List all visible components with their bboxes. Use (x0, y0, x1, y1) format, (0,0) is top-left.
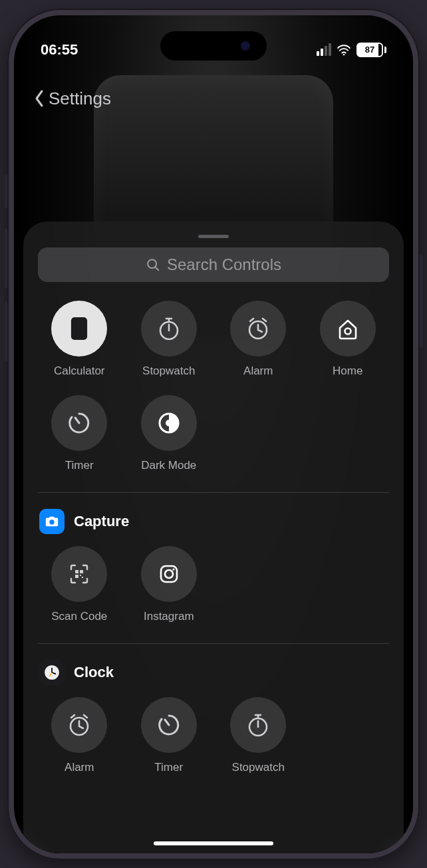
svg-point-21 (345, 328, 351, 334)
svg-point-13 (82, 335, 84, 337)
sheet-grabber[interactable] (198, 235, 229, 238)
darkmode-icon (141, 395, 197, 451)
divider (38, 643, 389, 644)
svg-point-33 (172, 568, 174, 570)
svg-point-10 (82, 331, 84, 333)
controls-sheet: Search Controls (23, 221, 404, 853)
search-icon (146, 257, 160, 272)
svg-rect-4 (74, 321, 84, 325)
control-scan-code[interactable]: Scan Code (38, 546, 121, 623)
svg-line-22 (75, 418, 79, 423)
svg-point-11 (75, 335, 77, 337)
search-controls[interactable]: Search Controls (38, 247, 389, 282)
control-calculator[interactable]: Calculator (38, 301, 121, 378)
stopwatch-icon (141, 301, 197, 357)
control-stopwatch[interactable]: Stopwatch (128, 301, 211, 378)
svg-line-20 (263, 319, 266, 321)
instagram-icon (141, 546, 197, 602)
alarm-icon (230, 301, 286, 357)
svg-point-6 (78, 327, 80, 329)
stopwatch-icon (230, 697, 286, 753)
clock-app-icon (39, 660, 65, 685)
home-indicator[interactable] (154, 841, 273, 845)
chevron-left-icon (34, 89, 45, 108)
status-time: 06:55 (41, 41, 78, 59)
svg-line-41 (165, 720, 169, 725)
timer-icon (141, 697, 197, 753)
divider (38, 492, 389, 493)
svg-point-7 (82, 327, 84, 329)
dynamic-island (160, 31, 267, 61)
home-icon (320, 301, 376, 357)
svg-rect-29 (80, 575, 81, 576)
search-placeholder: Search Controls (167, 255, 281, 274)
clock-grid: Alarm Timer (38, 697, 389, 774)
suggested-grid: Calculator Stopwatch (38, 301, 389, 472)
control-alarm-clock[interactable]: Alarm (38, 697, 121, 774)
back-label: Settings (49, 88, 111, 109)
wifi-icon (337, 44, 351, 56)
control-alarm[interactable]: Alarm (217, 301, 300, 378)
svg-point-32 (165, 570, 173, 578)
camera-app-icon (39, 509, 65, 534)
control-stopwatch-clock[interactable]: Stopwatch (217, 697, 300, 774)
control-darkmode[interactable]: Dark Mode (128, 395, 211, 472)
control-instagram[interactable]: Instagram (128, 546, 211, 623)
svg-rect-27 (80, 570, 83, 573)
control-timer[interactable]: Timer (38, 395, 121, 472)
timer-icon (51, 395, 107, 451)
svg-rect-26 (75, 570, 78, 573)
svg-point-9 (78, 331, 80, 333)
svg-point-25 (49, 519, 54, 524)
svg-point-5 (75, 327, 77, 329)
back-button[interactable]: Settings (34, 88, 111, 109)
svg-point-12 (78, 335, 80, 337)
svg-rect-31 (161, 566, 177, 582)
svg-point-0 (343, 54, 345, 55)
svg-line-19 (250, 319, 253, 321)
svg-point-8 (75, 331, 77, 333)
svg-rect-30 (82, 577, 83, 578)
svg-line-40 (84, 715, 87, 718)
battery-indicator: 87 (356, 43, 386, 57)
section-head-capture: Capture (39, 509, 389, 534)
svg-rect-28 (75, 575, 78, 578)
alarm-icon (51, 697, 107, 753)
capture-grid: Scan Code Instagram (38, 546, 389, 623)
cellular-icon (317, 43, 331, 56)
control-timer-clock[interactable]: Timer (128, 697, 211, 774)
calculator-icon (51, 301, 107, 357)
svg-point-24 (166, 420, 172, 426)
svg-line-39 (71, 715, 74, 718)
qr-icon (51, 546, 107, 602)
section-head-clock: Clock (39, 660, 389, 685)
svg-line-2 (156, 267, 159, 270)
control-home[interactable]: Home (307, 301, 390, 378)
